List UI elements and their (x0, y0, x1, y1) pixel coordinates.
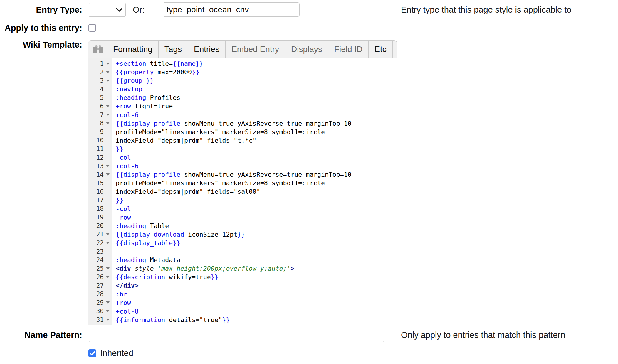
chevron-down-icon (116, 8, 122, 12)
code-line[interactable]: 2{{property max=20000}} (88, 68, 397, 76)
line-number: 23 (88, 248, 104, 255)
code-line[interactable]: 8{{display_profile showMenu=true yAxisRe… (88, 119, 397, 128)
code-line[interactable]: 10indexField="depsm|prdm" fields="t.*c" (88, 136, 397, 145)
code-line[interactable]: 18-col (88, 205, 397, 213)
code-text: </div> (112, 281, 139, 290)
code-line[interactable]: 23---- (88, 247, 397, 256)
fold-arrow-icon[interactable] (106, 80, 110, 82)
search-button[interactable] (88, 41, 107, 58)
code-line[interactable]: 25<div style='max-height:200px;overflow-… (88, 264, 397, 273)
entry-type-select[interactable] (89, 3, 126, 17)
code-text: {{display_profile showMenu=true yAxisRev… (112, 119, 352, 128)
code-text: :navtop (112, 85, 142, 93)
tab-formatting[interactable]: Formatting (107, 41, 158, 58)
inherited-checkbox[interactable] (88, 349, 96, 357)
code-line[interactable]: 6+row tight=true (88, 102, 397, 110)
fold-arrow-icon[interactable] (106, 267, 110, 270)
code-line[interactable]: 31{{information details="true"}} (88, 316, 397, 324)
code-text: -col (112, 205, 131, 213)
code-line[interactable]: 19-row (88, 213, 397, 222)
name-pattern-input[interactable] (89, 328, 384, 342)
code-line[interactable]: 22{{display_table}} (88, 239, 397, 247)
line-gutter: 20 (88, 222, 112, 230)
line-gutter: 3 (88, 76, 112, 85)
fold-arrow-icon[interactable] (106, 165, 110, 167)
line-number: 19 (88, 214, 104, 221)
line-gutter: 30 (88, 307, 112, 316)
line-number: 13 (88, 163, 104, 170)
line-number: 2 (88, 69, 104, 76)
code-line[interactable]: 20:heading Table (88, 222, 397, 230)
code-line[interactable]: 32-col (88, 324, 397, 325)
or-label: Or: (133, 5, 145, 15)
code-line[interactable]: 7+col-6 (88, 111, 397, 119)
code-text: profileMode="lines+markers" markerSize=8… (112, 179, 325, 187)
code-line[interactable]: 27</div> (88, 281, 397, 290)
code-line[interactable]: 29+row (88, 299, 397, 307)
tab-embed-entry[interactable]: Embed Entry (225, 41, 285, 58)
line-gutter: 13 (88, 162, 112, 170)
tab-entries[interactable]: Entries (188, 41, 225, 58)
code-line[interactable]: 12-col (88, 153, 397, 162)
code-text: {{description wikify=true}} (112, 273, 219, 281)
line-number: 29 (88, 299, 104, 306)
tab-field-id[interactable]: Field ID (328, 41, 368, 58)
code-area[interactable]: 1+section title={{name}}2{{property max=… (88, 58, 397, 325)
line-number: 15 (88, 180, 104, 187)
code-line[interactable]: 24:heading Metadata (88, 256, 397, 264)
line-gutter: 10 (88, 136, 112, 145)
code-line[interactable]: 30+col-8 (88, 307, 397, 316)
code-line[interactable]: 21{{display_download iconSize=12pt}} (88, 230, 397, 239)
line-gutter: 15 (88, 179, 112, 187)
code-line[interactable]: 17}} (88, 196, 397, 205)
line-number: 31 (88, 316, 104, 323)
fold-arrow-icon[interactable] (106, 276, 110, 278)
code-line[interactable]: 15profileMode="lines+markers" markerSize… (88, 179, 397, 187)
line-number: 7 (88, 111, 104, 118)
line-number: 11 (88, 145, 104, 152)
code-line[interactable]: 9profileMode="lines+markers" markerSize=… (88, 128, 397, 136)
entry-type-help: Entry type that this page style is appli… (401, 5, 571, 15)
line-gutter: 5 (88, 93, 112, 102)
fold-arrow-icon[interactable] (106, 233, 110, 235)
code-text: indexField="depsm|prdm" fields="t.*c" (112, 136, 256, 145)
tab-tags[interactable]: Tags (158, 41, 188, 58)
tab-help[interactable]: Help (392, 41, 397, 58)
code-line[interactable]: 16indexField="depsm|prdm" fields="sal00" (88, 187, 397, 196)
line-gutter: 6 (88, 102, 112, 110)
code-line[interactable]: 28:br (88, 290, 397, 299)
code-line[interactable]: 1+section title={{name}} (88, 59, 397, 68)
code-text: <div style='max-height:200px;overflow-y:… (112, 264, 294, 273)
code-line[interactable]: 5:heading Profiles (88, 93, 397, 102)
fold-arrow-icon[interactable] (106, 242, 110, 244)
entry-type-input[interactable] (163, 2, 300, 17)
wiki-template-label: Wiki Template: (0, 40, 82, 50)
fold-arrow-icon[interactable] (106, 71, 110, 73)
code-text: +row (112, 299, 131, 307)
tab-etc[interactable]: Etc (368, 41, 392, 58)
fold-arrow-icon[interactable] (106, 301, 110, 304)
code-line[interactable]: 13+col-6 (88, 162, 397, 170)
line-number: 4 (88, 86, 104, 93)
code-line[interactable]: 3{{group }} (88, 76, 397, 85)
fold-arrow-icon[interactable] (106, 173, 110, 176)
fold-arrow-icon[interactable] (106, 122, 110, 124)
code-text: +col-8 (112, 307, 139, 316)
code-line[interactable]: 4:navtop (88, 85, 397, 93)
fold-arrow-icon[interactable] (106, 318, 110, 321)
code-line[interactable]: 11}} (88, 145, 397, 153)
line-number: 30 (88, 308, 104, 315)
fold-arrow-icon[interactable] (106, 310, 110, 312)
code-line[interactable]: 26{{description wikify=true}} (88, 273, 397, 281)
fold-arrow-icon[interactable] (106, 63, 110, 65)
code-text: +col-6 (112, 111, 139, 119)
code-text: profileMode="lines+markers" markerSize=8… (112, 128, 325, 136)
fold-arrow-icon[interactable] (106, 114, 110, 116)
apply-to-entry-checkbox[interactable] (88, 24, 96, 32)
line-number: 10 (88, 137, 104, 144)
code-line[interactable]: 14{{display_profile showMenu=true yAxisR… (88, 170, 397, 179)
name-pattern-label: Name Pattern: (0, 330, 82, 340)
fold-arrow-icon[interactable] (106, 105, 110, 107)
code-text: -col (112, 153, 131, 162)
tab-displays[interactable]: Displays (285, 41, 328, 58)
